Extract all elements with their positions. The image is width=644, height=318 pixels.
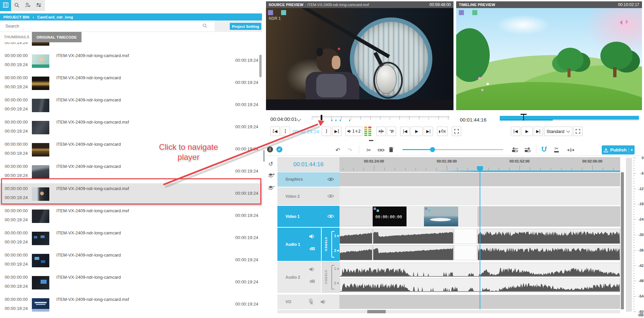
audio-meter-icon[interactable] <box>363 127 372 136</box>
project-setting-button[interactable]: Project Setting <box>230 23 261 30</box>
progress-playhead[interactable] <box>523 114 524 121</box>
fit-width-button[interactable] <box>376 127 386 136</box>
speaker-icon[interactable] <box>320 299 326 306</box>
db-label[interactable]: dB <box>310 246 315 251</box>
eye-icon[interactable] <box>327 193 334 199</box>
audio-clip[interactable] <box>373 245 453 260</box>
audio-clip[interactable] <box>478 245 620 260</box>
delete-button[interactable] <box>388 147 394 154</box>
audio-clip[interactable] <box>339 245 372 260</box>
track-header-graphics[interactable]: Graphics <box>277 172 339 187</box>
clip-thumbnail[interactable] <box>32 99 49 112</box>
list-item[interactable]: 00:00:00:0000:00:19:24ITEM-VX-2409-ndr-l… <box>0 50 262 73</box>
video-clip[interactable] <box>339 207 372 226</box>
clip-thumbnail[interactable] <box>32 121 49 134</box>
fullscreen-button[interactable] <box>452 127 461 136</box>
breadcrumb-root[interactable]: PROJECT BIN <box>3 15 29 19</box>
timeline-hscrollbar-track[interactable] <box>277 310 620 313</box>
list-item[interactable]: 00:00:00:0000:00:19:24ITEM-VX-2409-ndr-l… <box>0 206 262 228</box>
bin-scrollbar[interactable] <box>259 55 262 77</box>
db-label[interactable]: dB <box>310 279 315 284</box>
audio-clip[interactable] <box>478 229 620 244</box>
list-item[interactable]: 00:00:00:0000:00:19:24ITEM-VX-2409-ndr-l… <box>0 95 262 117</box>
link-clips-button[interactable] <box>378 148 384 154</box>
goto-out-button[interactable]: ▶] <box>332 127 341 136</box>
video-clip-gray[interactable] <box>478 207 620 226</box>
zoom-slider-track[interactable] <box>402 149 503 150</box>
mark-out-button[interactable]: ] <box>322 127 331 136</box>
timeline-drag-handle[interactable] <box>264 150 264 162</box>
track-header-video1[interactable]: Video 1 <box>277 206 339 227</box>
tab-thumbnails[interactable]: THUMBNAILS <box>4 35 30 39</box>
source-video[interactable]: NDR 1 <box>266 8 453 110</box>
info-button[interactable]: i <box>267 146 273 152</box>
list-item[interactable]: 00:00:00:0000:00:19:24ITEM-VX-2409-ndr-l… <box>0 294 262 316</box>
play-button[interactable]: ▶ <box>411 127 423 136</box>
clip-thumbnail[interactable] <box>32 232 49 245</box>
redo-button[interactable]: ↷ <box>347 147 352 153</box>
remove-track-button[interactable] <box>268 185 275 192</box>
tab-original-timecode[interactable]: ORIGINAL TIMECODE <box>32 32 82 42</box>
search-tool-button[interactable] <box>11 0 22 11</box>
trim-mode-button[interactable] <box>568 148 574 154</box>
zoom-slider-thumb[interactable] <box>430 147 435 152</box>
tl-next-frame-button[interactable]: ▶| <box>534 127 543 136</box>
quality-select[interactable]: Standard <box>544 127 572 136</box>
audio-clip[interactable] <box>339 229 372 244</box>
ripple-right-button[interactable] <box>524 147 531 154</box>
timeline-progress-bar[interactable] <box>500 116 639 120</box>
list-item[interactable]: 00:00:00:0000:00:19:24ITEM-VX-2409-ndr-l… <box>0 117 262 139</box>
clip-thumbnail[interactable] <box>32 54 49 68</box>
timeline-hscrollbar-thumb[interactable] <box>367 310 386 313</box>
snap-button[interactable] <box>541 146 547 154</box>
audio-clip-empty[interactable] <box>454 245 477 260</box>
mark-in-button[interactable]: [ <box>281 127 290 136</box>
source-scrubber[interactable] <box>312 116 449 121</box>
razor-all-button[interactable]: ✂ <box>554 146 559 152</box>
timeline-video[interactable] <box>456 8 642 110</box>
mic-muted-icon[interactable] <box>308 299 314 307</box>
clip-thumbnail[interactable] <box>32 77 49 90</box>
list-item[interactable]: 00:00:00:0000:00:19:24ITEM-VX-2409-ndr-l… <box>0 42 262 50</box>
cut-button[interactable]: ✂ <box>366 147 371 153</box>
goto-in-button[interactable]: [◀ <box>270 127 280 136</box>
search-input[interactable] <box>5 23 194 29</box>
list-item[interactable]: 00:00:00:0000:00:19:24ITEM-VX-2409-ndr-l… <box>0 228 262 250</box>
tl-prev-frame-button[interactable]: |◀ <box>511 127 520 136</box>
audio-clip[interactable] <box>373 229 453 244</box>
audio-channels-button[interactable]: 1+2 <box>345 127 362 136</box>
prev-frame-button[interactable]: |◀ <box>400 127 410 136</box>
speed-button[interactable]: ▲▼ 0x <box>437 127 447 136</box>
video-clip-black[interactable]: 00:00:00:00 <box>373 207 407 226</box>
add-track-button[interactable] <box>268 173 275 180</box>
publish-button[interactable]: Publish ▾ <box>602 145 635 154</box>
track-header-video2[interactable]: Video 2 <box>277 187 339 205</box>
video-clip-ocean[interactable] <box>424 207 458 226</box>
clip-thumbnail[interactable] <box>32 276 49 289</box>
undo-button[interactable]: ↶ <box>335 147 340 153</box>
list-item[interactable]: 00:00:00:0000:00:19:24ITEM-VX-2409-ndr-l… <box>0 272 262 294</box>
clip-thumbnail[interactable] <box>32 210 49 223</box>
speaker-icon[interactable] <box>309 234 315 240</box>
source-current-timecode[interactable]: 00:04:00:01 <box>270 116 297 122</box>
track-header-audio1[interactable]: Audio 1 dB <box>277 228 321 261</box>
clip-thumbnail[interactable] <box>32 298 49 312</box>
list-item[interactable]: 00:00:00:0000:00:19:24ITEM-VX-2409-ndr-l… <box>0 250 262 272</box>
tl-fullscreen-button[interactable] <box>573 127 583 136</box>
loop-button[interactable] <box>387 127 396 136</box>
speaker-icon[interactable] <box>309 267 315 273</box>
clip-thumbnail[interactable] <box>32 165 49 179</box>
timeline-vscrollbar[interactable] <box>621 172 624 309</box>
eye-icon[interactable] <box>327 214 334 220</box>
clip-thumbnail[interactable] <box>32 254 49 267</box>
eye-icon[interactable] <box>327 177 334 183</box>
approve-button[interactable]: ✓ <box>276 146 282 152</box>
source-playhead[interactable] <box>321 115 322 120</box>
ripple-left-button[interactable] <box>511 147 519 154</box>
list-item[interactable]: 00:00:00:0000:00:19:24ITEM-VX-2409-ndr-l… <box>0 73 262 95</box>
pane-resize-handle[interactable] <box>369 140 373 141</box>
track-header-audio2[interactable]: Audio 2 dB <box>277 262 321 293</box>
tl-play-button[interactable]: ▶ <box>521 127 533 136</box>
clip-thumbnail[interactable] <box>32 143 49 156</box>
track-header-vo[interactable]: VO <box>277 294 339 309</box>
